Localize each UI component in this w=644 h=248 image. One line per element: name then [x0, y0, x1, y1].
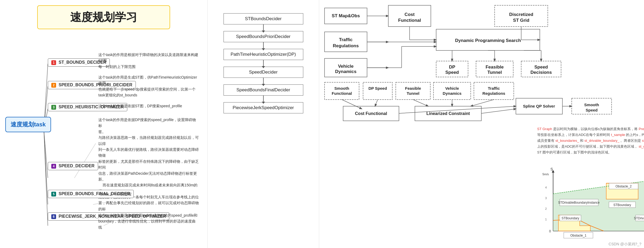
svg-line-77	[471, 100, 494, 106]
svg-text:Functional: Functional	[332, 91, 352, 96]
task-badge-6: 6	[51, 214, 56, 219]
flow-arrow-1	[263, 42, 264, 49]
desc-prediction: PredictionObstacles	[639, 127, 644, 131]
task-badge-3: 3	[51, 105, 56, 110]
flow-arrow-2	[263, 60, 264, 67]
svg-text:Speed: Speed	[586, 108, 597, 112]
desc-drivable: st_drivable_boundary_	[584, 139, 620, 143]
svg-line-4	[44, 130, 48, 178]
svg-text:ST Map&Obs: ST Map&Obs	[332, 13, 360, 18]
svg-line-84	[481, 109, 516, 113]
flow-node-2: PathTimeHeuristicOptimizer(DP)	[224, 49, 303, 60]
svg-text:DP Speed: DP Speed	[368, 86, 387, 91]
svg-text:Cost Functional: Cost Functional	[355, 111, 387, 116]
desc-st-graph: ST Graph	[537, 127, 552, 131]
svg-text:Obstacle_2: Obstacle_2	[616, 185, 632, 188]
task-badge-1: 1	[51, 60, 56, 65]
svg-text:Speed: Speed	[534, 65, 548, 70]
svg-text:Speed: Speed	[445, 70, 459, 75]
svg-line-75	[413, 100, 428, 106]
svg-text:Traffic: Traffic	[339, 37, 352, 42]
task-item-4: 4 SPEED_DECIDER	[48, 162, 98, 170]
svg-text:Regulations: Regulations	[482, 91, 505, 96]
middle-section: STBoundsDecider SpeedBoundsPrioriDecider…	[207, 0, 319, 248]
flow-node-4: SpeedBoundsFinalDecider	[224, 84, 303, 96]
svg-text:Spline QP Solver: Spline QP Solver	[523, 104, 555, 108]
desc-text-7: 。两者区别是	[620, 139, 642, 143]
svg-line-5	[44, 130, 48, 204]
arch-top-svg: ST Map&Obs Traffic Regulations Vehicle D…	[322, 3, 638, 80]
mindmap-area: 速度规划task 1 ST_BOUNDS_DECIDER 这个task的作用是根…	[3, 32, 205, 231]
right-section: ST Map&Obs Traffic Regulations Vehicle D…	[319, 0, 644, 248]
svg-line-74	[375, 100, 378, 106]
watermark: CSDN @小菜鸡?_?	[609, 242, 641, 247]
svg-text:4: 4	[545, 186, 547, 189]
task-badge-2: 2	[51, 83, 56, 88]
flow-container: STBoundsDecider SpeedBoundsPrioriDecider…	[210, 13, 316, 113]
flow-node-1: SpeedBoundsPrioriDecider	[224, 31, 303, 42]
svg-text:Vehicle: Vehicle	[445, 86, 459, 91]
svg-rect-58	[363, 82, 392, 100]
desc-drivable2: st_drivable_boundary_	[639, 144, 644, 148]
arch-bottom-diagram: Smooth Functional DP Speed Feasible Tunn…	[322, 80, 638, 125]
svg-text:Cost: Cost	[405, 12, 415, 17]
flow-node-0: STBoundsDecider	[224, 13, 303, 24]
task-badge-4: 4	[51, 164, 56, 169]
desc-text-1: 是以时间为横轴，以纵向位移s为纵轴的直角坐标系，将	[553, 127, 639, 131]
arch-top-diagram: ST Map&Obs Traffic Regulations Vehicle D…	[322, 3, 638, 80]
svg-text:Obstacle_1: Obstacle_1	[570, 234, 587, 237]
svg-text:Dynamics: Dynamics	[443, 91, 462, 96]
svg-text:Feasible: Feasible	[486, 65, 504, 70]
page-title: 速度规划学习	[46, 10, 162, 25]
svg-text:Dynamic Programming Search: Dynamic Programming Search	[455, 38, 521, 43]
svg-text:1: 1	[545, 218, 547, 221]
svg-text:Functional: Functional	[398, 18, 421, 23]
svg-text:0: 0	[549, 229, 551, 233]
desc-text-3: 等投影在坐标系上，计算出ADC在每个采样时间	[537, 133, 610, 137]
task-desc-2: 这个task的作用是生成ST图，供PathTimeHeuristicOptimi…	[98, 74, 199, 98]
svg-text:2: 2	[545, 207, 547, 210]
svg-text:Regulations: Regulations	[333, 43, 359, 48]
task-desc-6: 这个task的作用是依据前面task生成的粗糙的speed_profile和bo…	[98, 212, 199, 230]
svg-text:Tunnel: Tunnel	[487, 70, 502, 75]
task-desc-1: 这个task的作用是根据对于障碍物的决策以及道路限速来构建ST图每一时刻的上下限…	[98, 52, 199, 70]
svg-text:S: S	[550, 167, 553, 171]
desc-stboundaries: st_boundaries_	[555, 139, 579, 143]
flow-node-3: SpeedDecider	[224, 67, 303, 78]
desc-stboundaries2: st_boundaries_	[642, 139, 644, 143]
svg-text:Feasible: Feasible	[405, 86, 421, 91]
flow-node-5: PiecewiseJerkSpeedOptimizer	[224, 102, 303, 113]
desc-text-6: 和	[580, 139, 584, 143]
svg-text:ST Grid: ST Grid	[513, 18, 529, 23]
svg-line-10	[74, 143, 96, 178]
desc-text-area: ST Graph 是以时间为横轴，以纵向位移s为纵轴的直角坐标系，将 Predi…	[537, 126, 644, 155]
desc-text-4: 的上约s，约束边界，	[626, 133, 644, 137]
svg-text:STBoundary: STBoundary	[613, 203, 631, 207]
svg-text:Vehicle: Vehicle	[338, 64, 354, 69]
title-box: 速度规划学习	[37, 5, 170, 29]
task-box-4: 4 SPEED_DECIDER	[48, 162, 98, 170]
svg-text:Smooth: Smooth	[334, 86, 349, 91]
svg-text:STBoundary: STBoundary	[562, 216, 579, 220]
desc-tsample: t_sample	[611, 133, 625, 137]
svg-text:STDrivableBoundaryInstance: STDrivableBoundaryInstance	[634, 216, 644, 220]
flow-arrow-3	[263, 78, 264, 84]
svg-text:Tunnel: Tunnel	[407, 91, 419, 96]
root-node: 速度规划task	[5, 117, 51, 132]
svg-text:3: 3	[545, 196, 547, 200]
task-badge-5: 5	[51, 192, 56, 196]
svg-line-6	[44, 130, 48, 226]
left-section: 速度规划学习 速度规划task 1 ST_BOUNDS_DECIDE	[0, 0, 207, 248]
st-chart-svg: t S 0 5m/s 1 2 3 4 STDrivableBoundaryIns…	[537, 167, 644, 242]
svg-text:STDrivableBoundaryInstance: STDrivableBoundaryInstance	[558, 201, 600, 204]
svg-text:5m/s: 5m/s	[542, 173, 549, 176]
svg-text:Dynamics: Dynamics	[335, 69, 356, 74]
task-name-4: SPEED_DECIDER	[58, 164, 94, 168]
flow-arrow-0	[263, 24, 264, 31]
svg-text:Decisions: Decisions	[531, 70, 552, 75]
svg-text:Smooth: Smooth	[584, 102, 599, 107]
svg-text:Traffic: Traffic	[488, 86, 500, 91]
svg-text:DP: DP	[449, 65, 455, 70]
flow-arrow-4	[263, 96, 264, 102]
svg-text:Discretized: Discretized	[509, 12, 533, 17]
